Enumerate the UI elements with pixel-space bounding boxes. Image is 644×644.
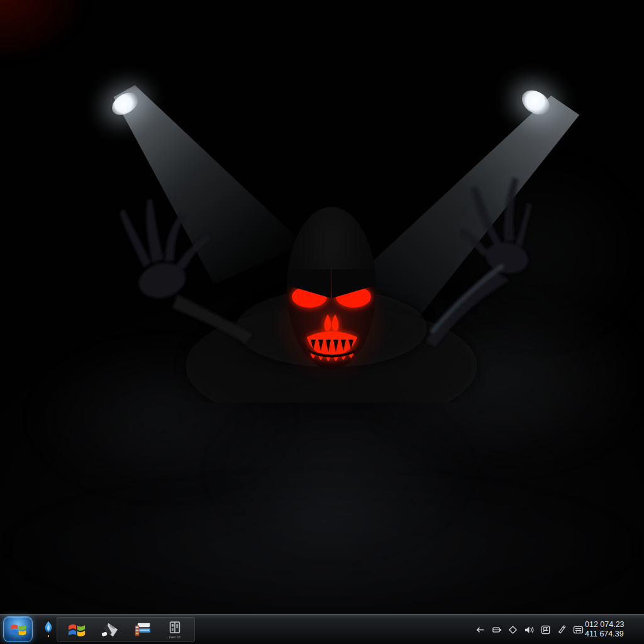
desktop-screen: rwP.JJ — [0, 0, 644, 644]
clock-line-1: 012 074.23 — [585, 620, 640, 630]
flag-box-icon[interactable] — [540, 625, 551, 635]
monitor-icon[interactable] — [573, 625, 584, 635]
right-claw-hand — [425, 177, 532, 347]
windows-logo-icon — [67, 621, 86, 638]
demon-skull-figure — [107, 164, 547, 402]
pen-icon[interactable] — [557, 625, 567, 635]
quick-launch-blue-flame-icon[interactable] — [39, 619, 58, 641]
desktop-wallpaper[interactable] — [0, 0, 644, 614]
battery-icon[interactable] — [491, 625, 502, 635]
back-arrow-icon[interactable] — [475, 625, 486, 635]
pinned-app-caption: rwP.JJ — [169, 635, 180, 638]
clock-line-2: 411 674.39 — [585, 630, 640, 639]
pinned-app-media[interactable] — [130, 618, 154, 641]
pinned-app-windows-logo[interactable] — [65, 618, 89, 641]
pinned-app-window[interactable]: rwP.JJ — [163, 618, 187, 641]
system-tray — [475, 614, 584, 644]
hammer-tool-icon — [100, 621, 119, 638]
red-corner-tint — [0, 0, 88, 63]
start-button[interactable] — [3, 616, 33, 642]
layered-cards-icon — [133, 621, 152, 638]
windows-start-flag-icon — [9, 620, 28, 639]
speaker-icon[interactable] — [524, 625, 535, 635]
blue-flame-icon — [42, 620, 55, 640]
fog-mist — [0, 478, 644, 616]
pinned-apps-group: rwP.JJ — [57, 617, 195, 642]
app-window-icon — [167, 621, 182, 635]
tray-clock[interactable]: 012 074.23 411 674.39 — [585, 616, 640, 643]
pinned-app-tool[interactable] — [97, 618, 121, 641]
diamond-icon[interactable] — [508, 625, 518, 635]
taskbar: rwP.JJ — [0, 614, 644, 644]
